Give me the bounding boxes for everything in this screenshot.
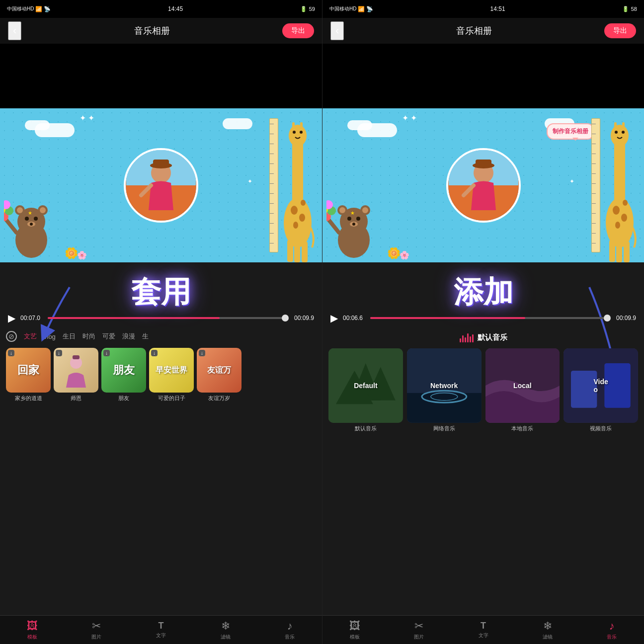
thumb-box-1: ↓ 回家 bbox=[6, 348, 51, 393]
cat-fashion-left[interactable]: 时尚 bbox=[82, 332, 95, 341]
svg-rect-79 bbox=[407, 393, 482, 423]
cloud2-left bbox=[25, 120, 50, 130]
thumb-label-2: 师恩 bbox=[71, 395, 81, 402]
nav-text-label-right: 文字 bbox=[479, 632, 488, 639]
nav-filter-right[interactable]: ❄ 滤镜 bbox=[515, 620, 579, 641]
thumb-item-4[interactable]: ↓ 早安世界 可爱的日子 bbox=[149, 348, 194, 402]
progress-track-left[interactable] bbox=[48, 317, 287, 319]
back-button-left[interactable]: ‹ bbox=[8, 21, 21, 40]
progress-thumb-right[interactable] bbox=[604, 315, 611, 322]
time-total-right: 00:09.9 bbox=[614, 315, 636, 322]
nav-template-left[interactable]: 🖼 模板 bbox=[0, 620, 65, 641]
thumb-item-2[interactable]: ↓ 师恩 bbox=[54, 348, 98, 402]
play-button-left[interactable]: ▶ bbox=[8, 312, 15, 324]
svg-point-60 bbox=[606, 198, 634, 247]
time-current-right: 00:06.6 bbox=[343, 315, 365, 322]
music-thumb-video: Video bbox=[564, 348, 638, 423]
nav-filter-left[interactable]: ❄ 滤镜 bbox=[193, 620, 258, 641]
ruler-left bbox=[269, 118, 278, 252]
play-button-right[interactable]: ▶ bbox=[330, 312, 338, 324]
nav-music-label-left: 音乐 bbox=[285, 634, 295, 641]
nav-music-icon-right: ♪ bbox=[609, 620, 615, 633]
nav-filter-icon-right: ❄ bbox=[543, 620, 552, 633]
nav-filter-label-left: 滤镜 bbox=[221, 634, 231, 641]
nav-music-right[interactable]: ♪ 音乐 bbox=[580, 620, 644, 641]
status-right-right: 🔋 58 bbox=[622, 6, 637, 12]
thumb-text-5: 友谊万 bbox=[197, 348, 242, 393]
nav-template-label-right: 模板 bbox=[350, 634, 360, 641]
top-bar-left: ‹ 音乐相册 导出 bbox=[0, 18, 322, 44]
svg-point-62 bbox=[621, 214, 627, 222]
music-card-name-local: 本地音乐 bbox=[511, 425, 533, 432]
ban-icon-left[interactable]: ⊘ bbox=[6, 331, 17, 342]
bottom-area-left: 套用 ▶ 00:07.0 00:09.9 ⊘ 文艺 vlog 生日 bbox=[0, 262, 322, 644]
bear-left: ★ bbox=[4, 193, 59, 260]
music-card-network[interactable]: Network 网络音乐 bbox=[407, 348, 482, 432]
progress-fill-right bbox=[370, 317, 525, 319]
battery-pct-right: 58 bbox=[631, 6, 637, 12]
svg-point-9 bbox=[30, 223, 33, 226]
page-title-left: 音乐相册 bbox=[134, 25, 170, 37]
battery-icon-left: 🔋 bbox=[300, 6, 307, 12]
svg-rect-85 bbox=[605, 363, 631, 408]
nav-photo-right[interactable]: ✂ 图片 bbox=[387, 620, 451, 641]
cat-romantic-left[interactable]: 浪漫 bbox=[122, 332, 135, 341]
thumb-label-1: 家乡的道道 bbox=[15, 395, 42, 402]
bottom-nav-left: 🖼 模板 ✂ 图片 T 文字 ❄ 滤镜 ♪ 音乐 bbox=[0, 615, 322, 644]
svg-point-64 bbox=[623, 200, 628, 206]
music-card-video[interactable]: Video 视频音乐 bbox=[564, 348, 638, 432]
back-button-right[interactable]: ‹ bbox=[330, 21, 344, 40]
nav-template-right[interactable]: 🖼 模板 bbox=[322, 620, 387, 641]
nav-text-left[interactable]: T 文字 bbox=[129, 621, 193, 639]
speech-bubble-right: 制作音乐相册 bbox=[547, 123, 594, 140]
thumb-item-5[interactable]: ↓ 友谊万 友谊万岁 bbox=[197, 348, 242, 402]
cat-more-left[interactable]: 生 bbox=[142, 332, 149, 341]
svg-point-58 bbox=[615, 131, 618, 134]
music-card-local[interactable]: Local 本地音乐 bbox=[485, 348, 560, 432]
thumb-item-1[interactable]: ↓ 回家 家乡的道道 bbox=[6, 348, 51, 402]
music-bars-icon bbox=[460, 333, 474, 342]
thumb-box-3: ↓ 朋友 bbox=[101, 348, 146, 393]
thumb-text-1: 回家 bbox=[6, 348, 51, 393]
cloud2-right bbox=[347, 120, 372, 130]
svg-rect-29 bbox=[302, 242, 308, 262]
thumb-item-3[interactable]: ↓ 朋友 朋友 bbox=[101, 348, 146, 402]
music-label-network: Network bbox=[430, 382, 458, 390]
cat-birthday-left[interactable]: 生日 bbox=[63, 332, 76, 341]
thumb-label-4: 可爱的日子 bbox=[158, 395, 185, 402]
music-thumb-local: Local bbox=[485, 348, 560, 423]
bottom-area-right: 添加 ▶ 00:06.6 00:09.9 bbox=[322, 262, 644, 644]
music-card-default[interactable]: Default 默认音乐 bbox=[328, 348, 403, 432]
cat-weyi-left[interactable]: 文艺 bbox=[24, 332, 37, 341]
export-button-right[interactable]: 导出 bbox=[604, 23, 636, 38]
progress-thumb-left[interactable] bbox=[282, 315, 289, 322]
nav-text-right[interactable]: T 文字 bbox=[451, 621, 515, 639]
progress-track-right[interactable] bbox=[370, 317, 609, 319]
svg-point-23 bbox=[291, 206, 298, 215]
giraffe-right bbox=[600, 118, 640, 262]
cat-cute-left[interactable]: 可爱 bbox=[102, 332, 115, 341]
nav-photo-left[interactable]: ✂ 图片 bbox=[65, 620, 129, 641]
status-bar-left: 中国移动HD 📶 📡 14:45 🔋 59 bbox=[0, 0, 322, 18]
photo-circle-left bbox=[124, 148, 198, 223]
flower2-right: 🌸 bbox=[400, 250, 409, 260]
nav-photo-icon-left: ✂ bbox=[92, 620, 101, 633]
time-total-left: 00:09.9 bbox=[292, 315, 314, 322]
svg-point-59 bbox=[622, 131, 625, 134]
big-label-left: 套用 bbox=[131, 272, 191, 313]
thumb-box-2: ↓ bbox=[54, 348, 98, 393]
svg-rect-28 bbox=[294, 242, 300, 262]
music-label-local: Local bbox=[513, 382, 532, 390]
svg-point-5 bbox=[40, 207, 46, 213]
deco-stars-left: ✦ ✦ bbox=[80, 113, 94, 123]
nav-music-left[interactable]: ♪ 音乐 bbox=[257, 620, 322, 641]
photo-circle-right bbox=[446, 148, 521, 223]
music-label-default: Default bbox=[354, 382, 377, 390]
cat-vlog-left[interactable]: vlog bbox=[44, 333, 56, 340]
svg-point-61 bbox=[613, 206, 620, 215]
svg-rect-57 bbox=[622, 122, 625, 130]
export-button-left[interactable]: 导出 bbox=[282, 23, 314, 38]
nav-photo-label-right: 图片 bbox=[414, 634, 424, 641]
top-bar-right: ‹ 音乐相册 导出 bbox=[322, 18, 644, 44]
thumb-text-4: 早安世界 bbox=[149, 348, 194, 393]
